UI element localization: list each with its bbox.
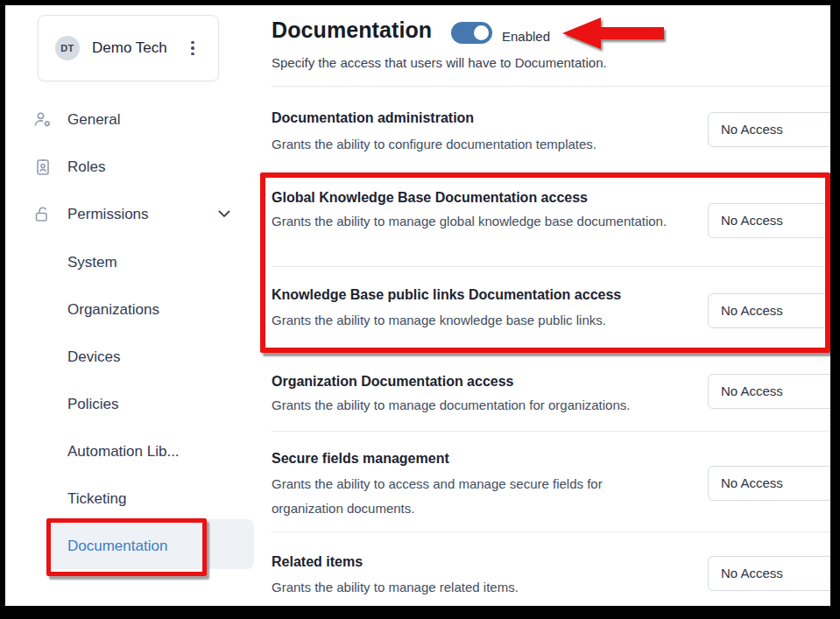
sidebar-item-permissions[interactable]: Permissions bbox=[5, 204, 259, 225]
org-card: DT Demo Tech bbox=[38, 15, 219, 81]
sidebar-item-label: Organizations bbox=[67, 301, 159, 319]
permission-title: Global Knowledge Base Documentation acce… bbox=[272, 190, 588, 206]
kebab-menu-icon[interactable] bbox=[187, 37, 199, 60]
app-window: DT Demo Tech General Roles bbox=[5, 5, 830, 606]
permission-description: Grants the ability to configure document… bbox=[272, 132, 596, 157]
divider bbox=[272, 86, 830, 87]
avatar: DT bbox=[55, 36, 80, 60]
permission-description: Grants the ability to manage documentati… bbox=[272, 393, 630, 418]
sidebar-item-roles[interactable]: Roles bbox=[5, 157, 259, 178]
org-name: Demo Tech bbox=[92, 16, 167, 81]
access-dropdown[interactable]: No Access bbox=[708, 466, 830, 501]
permission-title: Secure fields management bbox=[272, 451, 449, 467]
sidebar-item-label: System bbox=[67, 254, 117, 271]
permission-description: Grants the ability to access and manage … bbox=[272, 472, 670, 521]
divider bbox=[272, 531, 830, 532]
access-dropdown[interactable]: No Access bbox=[708, 556, 830, 591]
documentation-toggle[interactable] bbox=[451, 22, 492, 44]
red-arrow-annotation bbox=[561, 17, 667, 53]
permission-description: Grants the ability to manage knowledge b… bbox=[272, 308, 606, 333]
access-dropdown[interactable]: No Access bbox=[708, 203, 830, 238]
page-subtitle: Specify the access that users will have … bbox=[272, 55, 607, 70]
sidebar-item-label: Automation Lib... bbox=[67, 443, 180, 461]
permission-title: Documentation administration bbox=[272, 110, 474, 126]
sidebar-item-organizations[interactable]: Organizations bbox=[5, 299, 259, 320]
id-card-icon bbox=[33, 158, 53, 177]
sidebar-item-devices[interactable]: Devices bbox=[5, 347, 259, 368]
toggle-state-label: Enabled bbox=[502, 29, 550, 44]
access-dropdown[interactable]: No Access bbox=[708, 293, 830, 328]
sidebar-item-ticketing[interactable]: Ticketing bbox=[5, 489, 259, 510]
sidebar-item-policies[interactable]: Policies bbox=[5, 394, 259, 415]
unlock-icon bbox=[33, 205, 53, 224]
sidebar-item-automation-library[interactable]: Automation Lib... bbox=[5, 441, 259, 462]
sidebar-item-label: Ticketing bbox=[67, 490, 126, 508]
sidebar-item-label: Documentation bbox=[67, 538, 167, 555]
permission-title: Organization Documentation access bbox=[272, 374, 514, 390]
sidebar-item-system[interactable]: System bbox=[5, 252, 259, 273]
permission-title: Related items bbox=[272, 554, 363, 570]
sidebar-item-label: Permissions bbox=[67, 206, 149, 223]
sidebar-item-label: General bbox=[67, 111, 120, 129]
permission-description: Grants the ability to manage related ite… bbox=[272, 575, 519, 600]
sidebar-item-general[interactable]: General bbox=[5, 109, 259, 130]
page-title: Documentation bbox=[272, 18, 432, 43]
sidebar-item-label: Devices bbox=[67, 348, 120, 366]
permission-title: Knowledge Base public links Documentatio… bbox=[272, 287, 621, 303]
sidebar-item-label: Policies bbox=[67, 396, 119, 413]
sidebar-item-label: Roles bbox=[67, 158, 105, 176]
access-dropdown[interactable]: No Access bbox=[708, 112, 830, 147]
sidebar-item-documentation[interactable]: Documentation bbox=[5, 536, 259, 557]
divider bbox=[272, 266, 830, 267]
permission-description: Grants the ability to manage global know… bbox=[272, 209, 667, 234]
user-gear-icon bbox=[33, 110, 53, 130]
access-dropdown[interactable]: No Access bbox=[708, 374, 830, 409]
chevron-down-icon[interactable] bbox=[215, 205, 233, 222]
divider bbox=[272, 431, 830, 432]
